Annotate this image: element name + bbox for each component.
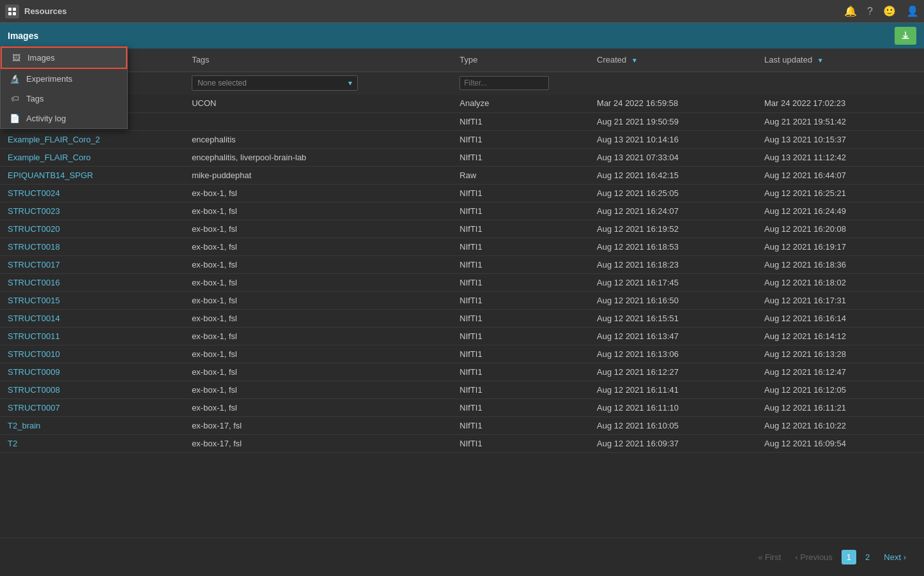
notification-icon[interactable]: 🔔 [844, 5, 857, 17]
prev-page-button[interactable]: ‹ Previous [790, 550, 838, 565]
cell-created: Aug 13 2021 10:14:16 [589, 130, 757, 148]
pagination-bar: « First ‹ Previous 1 2 Next › [0, 538, 924, 576]
tags-filter-dropdown[interactable]: None selected ▾ [192, 75, 358, 91]
col-header-created[interactable]: Created ▼ [589, 49, 757, 72]
help-icon[interactable]: ? [867, 6, 873, 17]
table-row: STRUCT0015ex-box-1, fslNIfTI1Aug 12 2021… [0, 291, 924, 309]
type-filter-cell [452, 72, 589, 95]
page-1-button[interactable]: 1 [842, 550, 856, 565]
cell-created: Aug 13 2021 07:33:04 [589, 148, 757, 166]
cell-updated: Mar 24 2022 17:02:23 [757, 95, 924, 112]
cell-tags: ex-box-17, fsl [184, 434, 452, 452]
cell-name[interactable]: STRUCT0007 [0, 398, 184, 416]
cell-name[interactable]: STRUCT0018 [0, 238, 184, 255]
tags-filter-text: None selected [197, 79, 247, 87]
emoji-icon[interactable]: 🙂 [883, 5, 896, 17]
cell-type: NIfTI1 [452, 363, 589, 381]
cell-name[interactable]: STRUCT0016 [0, 273, 184, 291]
cell-updated: Aug 12 2021 16:18:36 [757, 255, 924, 273]
cell-updated: Aug 13 2021 10:15:37 [757, 130, 924, 148]
cell-updated: Aug 12 2021 16:10:22 [757, 416, 924, 434]
cell-name[interactable]: STRUCT0010 [0, 345, 184, 363]
page-2-button[interactable]: 2 [860, 550, 875, 565]
table-row: COLONNIfTI1Aug 21 2021 19:50:59Aug 21 20… [0, 112, 924, 130]
cell-tags: UCON [184, 95, 452, 112]
type-filter-input[interactable] [459, 76, 549, 90]
cell-type: NIfTI1 [452, 112, 589, 130]
cell-created: Aug 12 2021 16:18:23 [589, 255, 757, 273]
cell-name[interactable]: STRUCT0009 [0, 363, 184, 381]
cell-type: Raw [452, 166, 589, 184]
cell-tags: ex-box-1, fsl [184, 327, 452, 345]
cell-name[interactable]: T2_brain [0, 416, 184, 434]
cell-name[interactable]: STRUCT0015 [0, 291, 184, 309]
cell-updated: Aug 12 2021 16:12:47 [757, 363, 924, 381]
cell-updated: Aug 12 2021 16:24:49 [757, 202, 924, 220]
cell-created: Aug 12 2021 16:16:50 [589, 291, 757, 309]
cell-created: Mar 24 2022 16:59:58 [589, 95, 757, 112]
tags-filter-cell: None selected ▾ [184, 72, 452, 95]
user-icon[interactable]: 👤 [906, 5, 919, 17]
dropdown-item-experiments[interactable]: 🔬 Experiments [1, 69, 127, 89]
cell-updated: Aug 12 2021 16:11:21 [757, 398, 924, 416]
col-header-tags: Tags [184, 49, 452, 72]
cell-tags: ex-box-1, fsl [184, 255, 452, 273]
cell-tags: ex-box-1, fsl [184, 291, 452, 309]
download-button[interactable] [895, 27, 916, 45]
cell-created: Aug 12 2021 16:10:05 [589, 416, 757, 434]
table-row: STRUCT0024ex-box-1, fslNIfTI1Aug 12 2021… [0, 184, 924, 202]
first-page-button[interactable]: « First [753, 550, 786, 565]
cell-name[interactable]: STRUCT0008 [0, 381, 184, 398]
table-row: Example_FLAIR_Coroencephalitis, liverpoo… [0, 148, 924, 166]
cell-tags: ex-box-1, fsl [184, 381, 452, 398]
cell-name[interactable]: STRUCT0014 [0, 309, 184, 327]
table-row: STRUCT0014ex-box-1, fslNIfTI1Aug 12 2021… [0, 309, 924, 327]
created-filter-cell [589, 72, 757, 95]
cell-created: Aug 12 2021 16:15:51 [589, 309, 757, 327]
app-logo [5, 4, 19, 19]
cell-tags: ex-box-1, fsl [184, 273, 452, 291]
cell-tags: ex-box-1, fsl [184, 202, 452, 220]
table-row: STRUCT0011ex-box-1, fslNIfTI1Aug 12 2021… [0, 327, 924, 345]
cell-tags: ex-box-1, fsl [184, 345, 452, 363]
tags-icon: 🏷 [10, 94, 20, 103]
cell-name[interactable]: STRUCT0023 [0, 202, 184, 220]
dropdown-item-activity-log[interactable]: 📄 Activity log [1, 109, 127, 128]
next-page-button[interactable]: Next › [879, 550, 911, 565]
svg-rect-0 [8, 8, 12, 11]
cell-tags: encephalitis [184, 130, 452, 148]
updated-filter-cell [757, 72, 924, 95]
activity-log-icon: 📄 [10, 114, 20, 123]
table-row: STRUCT0008ex-box-1, fslNIfTI1Aug 12 2021… [0, 381, 924, 398]
table-row: STRUCT0023ex-box-1, fslNIfTI1Aug 12 2021… [0, 202, 924, 220]
cell-created: Aug 12 2021 16:13:47 [589, 327, 757, 345]
table-row: T2_brainex-box-17, fslNIfTI1Aug 12 2021 … [0, 416, 924, 434]
cell-updated: Aug 13 2021 11:12:42 [757, 148, 924, 166]
cell-name[interactable]: Example_FLAIR_Coro_2 [0, 130, 184, 148]
dropdown-item-images[interactable]: 🖼 Images [1, 47, 127, 69]
cell-type: NIfTI1 [452, 238, 589, 255]
cell-name[interactable]: EPIQUANTB14_SPGR [0, 166, 184, 184]
created-sort-icon: ▼ [631, 57, 638, 64]
images-table-container: Name Tags Type Created ▼ Last updated ▼ [0, 49, 924, 538]
cell-updated: Aug 12 2021 16:17:31 [757, 291, 924, 309]
app-bar-title[interactable]: Images [8, 31, 84, 41]
cell-name[interactable]: STRUCT0020 [0, 220, 184, 238]
col-header-updated[interactable]: Last updated ▼ [757, 49, 924, 72]
images-icon: 🖼 [11, 53, 21, 63]
cell-type: NIfTI1 [452, 184, 589, 202]
table-row: T2ex-box-17, fslNIfTI1Aug 12 2021 16:09:… [0, 434, 924, 452]
table-row: STRUCT0020ex-box-1, fslNIfTI1Aug 12 2021… [0, 220, 924, 238]
cell-name[interactable]: T2 [0, 434, 184, 452]
cell-name[interactable]: STRUCT0024 [0, 184, 184, 202]
top-nav-title: Resources [24, 6, 66, 16]
dropdown-item-tags[interactable]: 🏷 Tags [1, 89, 127, 109]
table-body: V1UCONAnalyzeMar 24 2022 16:59:58Mar 24 … [0, 95, 924, 452]
cell-name[interactable]: STRUCT0011 [0, 327, 184, 345]
cell-tags: ex-box-1, fsl [184, 220, 452, 238]
cell-name[interactable]: STRUCT0017 [0, 255, 184, 273]
table-row: STRUCT0017ex-box-1, fslNIfTI1Aug 12 2021… [0, 255, 924, 273]
table-row: STRUCT0016ex-box-1, fslNIfTI1Aug 12 2021… [0, 273, 924, 291]
dropdown-experiments-label: Experiments [26, 74, 72, 84]
cell-name[interactable]: Example_FLAIR_Coro [0, 148, 184, 166]
